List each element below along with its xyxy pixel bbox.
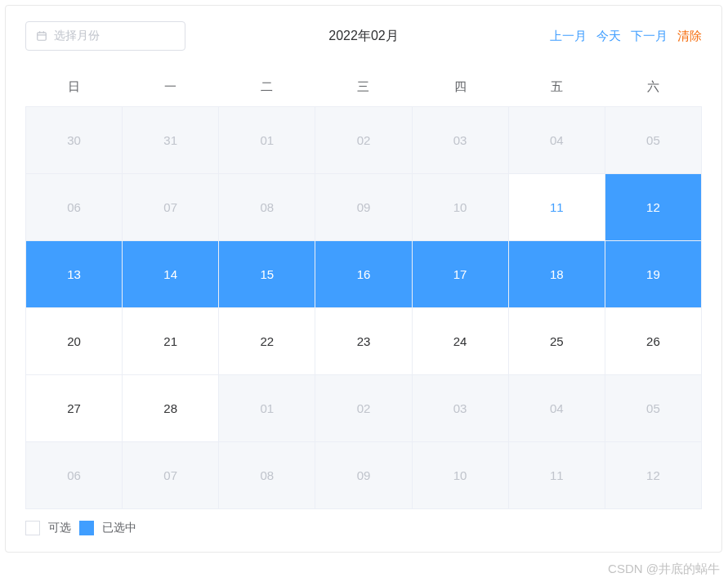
calendar-day-cell[interactable]: 10 bbox=[412, 174, 508, 241]
calendar-day-cell[interactable]: 28 bbox=[123, 375, 219, 442]
current-month-title: 2022年02月 bbox=[328, 28, 398, 45]
calendar-day-cell[interactable]: 16 bbox=[315, 241, 412, 308]
calendar-day-cell[interactable]: 09 bbox=[315, 442, 412, 509]
svg-rect-0 bbox=[38, 33, 47, 40]
weekday-header: 六 bbox=[605, 68, 701, 107]
calendar-day-cell[interactable]: 17 bbox=[412, 241, 508, 308]
calendar-day-cell[interactable]: 08 bbox=[219, 174, 315, 241]
weekday-header: 三 bbox=[315, 68, 412, 107]
weekday-header: 二 bbox=[219, 68, 315, 107]
calendar-day-cell[interactable]: 01 bbox=[219, 375, 315, 442]
legend-label-available: 可选 bbox=[48, 521, 71, 535]
calendar-day-cell[interactable]: 14 bbox=[123, 241, 219, 308]
calendar-day-cell[interactable]: 20 bbox=[26, 308, 123, 375]
calendar-day-cell[interactable]: 22 bbox=[219, 308, 315, 375]
next-month-link[interactable]: 下一月 bbox=[631, 29, 668, 44]
weekday-header: 四 bbox=[412, 68, 508, 107]
calendar-header: 选择月份 2022年02月 上一月 今天 下一月 清除 bbox=[25, 20, 702, 51]
calendar-day-cell[interactable]: 07 bbox=[123, 442, 219, 509]
legend-label-selected: 已选中 bbox=[102, 521, 136, 535]
legend-swatch-available bbox=[25, 521, 40, 535]
calendar-day-cell[interactable]: 04 bbox=[508, 375, 605, 442]
calendar-day-cell[interactable]: 03 bbox=[412, 375, 508, 442]
calendar-day-cell[interactable]: 07 bbox=[123, 174, 219, 241]
calendar-day-cell[interactable]: 30 bbox=[26, 107, 123, 174]
calendar-day-cell[interactable]: 05 bbox=[605, 375, 701, 442]
calendar-card: 选择月份 2022年02月 上一月 今天 下一月 清除 日 一 二 三 四 五 … bbox=[5, 5, 722, 553]
calendar-day-cell[interactable]: 11 bbox=[508, 442, 605, 509]
calendar-day-cell[interactable]: 08 bbox=[219, 442, 315, 509]
calendar-week-row: 13141516171819 bbox=[26, 241, 702, 308]
calendar-week-row: 20212223242526 bbox=[26, 308, 702, 375]
calendar-day-cell[interactable]: 23 bbox=[315, 308, 412, 375]
weekday-header: 五 bbox=[508, 68, 605, 107]
clear-link[interactable]: 清除 bbox=[677, 29, 702, 44]
calendar-week-row: 06070809101112 bbox=[26, 442, 702, 509]
legend-swatch-selected bbox=[79, 521, 94, 535]
month-picker-input[interactable]: 选择月份 bbox=[25, 21, 185, 51]
calendar-week-row: 27280102030405 bbox=[26, 375, 702, 442]
calendar-day-cell[interactable]: 04 bbox=[508, 107, 605, 174]
calendar-day-cell[interactable]: 24 bbox=[412, 308, 508, 375]
calendar-week-row: 06070809101112 bbox=[26, 174, 702, 241]
calendar-day-cell[interactable]: 15 bbox=[219, 241, 315, 308]
calendar-nav: 上一月 今天 下一月 清除 bbox=[550, 29, 702, 44]
calendar-day-cell[interactable]: 26 bbox=[605, 308, 701, 375]
calendar-day-cell[interactable]: 05 bbox=[605, 107, 701, 174]
calendar-week-row: 30310102030405 bbox=[26, 107, 702, 174]
legend: 可选 已选中 bbox=[25, 521, 702, 535]
calendar-day-cell[interactable]: 25 bbox=[508, 308, 605, 375]
calendar-day-cell[interactable]: 10 bbox=[412, 442, 508, 509]
prev-month-link[interactable]: 上一月 bbox=[550, 29, 587, 44]
calendar-day-cell[interactable]: 31 bbox=[123, 107, 219, 174]
calendar-day-cell[interactable]: 02 bbox=[315, 375, 412, 442]
calendar-day-cell[interactable]: 02 bbox=[315, 107, 412, 174]
weekday-header: 日 bbox=[26, 68, 123, 107]
calendar-icon bbox=[36, 30, 47, 42]
calendar-day-cell[interactable]: 13 bbox=[26, 241, 123, 308]
calendar-day-cell[interactable]: 06 bbox=[26, 442, 123, 509]
calendar-day-cell[interactable]: 21 bbox=[123, 308, 219, 375]
calendar-day-cell[interactable]: 11 bbox=[508, 174, 605, 241]
weekday-row: 日 一 二 三 四 五 六 bbox=[26, 68, 702, 107]
calendar-day-cell[interactable]: 03 bbox=[412, 107, 508, 174]
today-link[interactable]: 今天 bbox=[596, 29, 621, 44]
calendar-day-cell[interactable]: 01 bbox=[219, 107, 315, 174]
weekday-header: 一 bbox=[123, 68, 219, 107]
calendar-day-cell[interactable]: 06 bbox=[26, 174, 123, 241]
calendar-day-cell[interactable]: 12 bbox=[605, 174, 701, 241]
calendar-grid: 日 一 二 三 四 五 六 30310102030405060708091011… bbox=[25, 68, 702, 509]
calendar-day-cell[interactable]: 12 bbox=[605, 442, 701, 509]
month-picker-placeholder: 选择月份 bbox=[54, 29, 100, 43]
calendar-day-cell[interactable]: 19 bbox=[605, 241, 701, 308]
watermark: CSDN @井底的蜗牛 bbox=[608, 562, 720, 577]
calendar-day-cell[interactable]: 09 bbox=[315, 174, 412, 241]
calendar-day-cell[interactable]: 27 bbox=[26, 375, 123, 442]
calendar-day-cell[interactable]: 18 bbox=[508, 241, 605, 308]
